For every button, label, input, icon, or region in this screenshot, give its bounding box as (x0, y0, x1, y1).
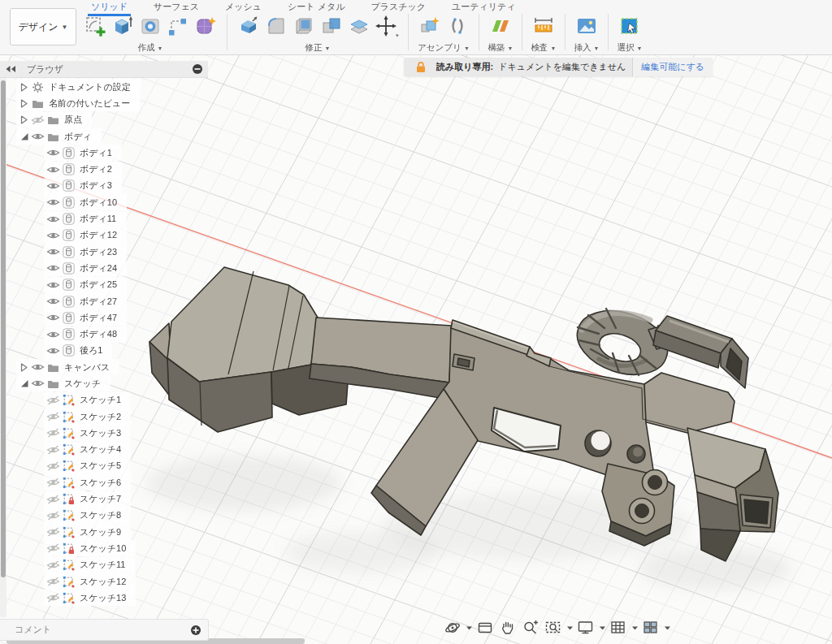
tree-item-label[interactable]: 名前の付いたビュー (49, 97, 130, 110)
tree-row[interactable]: スケッチ13 (0, 590, 141, 606)
tree-item-label[interactable]: スケッチ10 (80, 542, 126, 555)
tree-item-label[interactable]: スケッチ2 (80, 411, 121, 423)
tree-item-label[interactable]: ボディ (64, 131, 92, 143)
expand-node-icon[interactable] (18, 98, 30, 109)
zoom-icon[interactable] (520, 618, 541, 638)
visibility-off-icon[interactable] (46, 428, 61, 438)
new-component-icon[interactable] (416, 13, 444, 39)
tree-item-label[interactable]: 後ろ1 (80, 344, 102, 357)
ribbon-group-label-inspect[interactable]: 検査▼ (531, 42, 557, 54)
tree-item-label[interactable]: ドキュメントの設定 (49, 81, 131, 93)
ribbon-group-label-insert[interactable]: 挿入▼ (574, 42, 600, 54)
visibility-off-icon[interactable] (46, 461, 61, 471)
tree-row[interactable]: スケッチ1 (0, 392, 141, 408)
offset-face-icon[interactable] (345, 13, 373, 39)
tree-item-label[interactable]: スケッチ6 (80, 477, 121, 489)
visibility-off-icon[interactable] (46, 412, 61, 421)
visibility-off-icon[interactable] (30, 115, 46, 125)
tree-row[interactable]: ボディ27 (0, 293, 141, 309)
tree-item-label[interactable]: ボディ48 (80, 328, 117, 340)
shell-icon[interactable] (290, 13, 318, 39)
visibility-on-icon[interactable] (30, 362, 46, 372)
combine-icon[interactable] (318, 13, 345, 39)
tree-item-label[interactable]: スケッチ3 (80, 427, 121, 439)
visibility-off-icon[interactable] (46, 511, 61, 521)
ribbon-group-label-construct[interactable]: 構築▼ (488, 42, 514, 54)
tree-row[interactable]: スケッチ5 (0, 458, 141, 474)
tree-row[interactable]: スケッチ2 (0, 408, 141, 425)
tree-row[interactable]: スケッチ12 (0, 573, 141, 590)
tree-row[interactable]: ボディ2 (0, 161, 141, 177)
joint-icon[interactable] (444, 13, 471, 39)
tree-row[interactable]: ボディ25 (0, 277, 141, 293)
tree-row[interactable]: ボディ11 (0, 210, 141, 227)
tree-item-label[interactable]: キャンバス (64, 361, 110, 374)
measure-icon[interactable] (530, 13, 557, 39)
visibility-on-icon[interactable] (30, 378, 46, 388)
tree-row[interactable]: ボディ24 (0, 260, 141, 276)
browser-scrollbar[interactable] (0, 78, 6, 617)
tree-item-label[interactable]: ボディ25 (80, 279, 117, 291)
tree-row[interactable]: ボディ10 (0, 194, 141, 210)
tree-item-label[interactable]: スケッチ5 (80, 460, 121, 472)
tree-row[interactable]: スケッチ8 (0, 508, 141, 524)
expand-node-icon[interactable] (18, 115, 30, 125)
tree-row[interactable]: ボディ3 (0, 178, 141, 194)
visibility-on-icon[interactable] (46, 346, 61, 356)
create-sketch-icon[interactable] (81, 13, 109, 39)
ribbon-group-label-create[interactable]: 作成▼ (138, 42, 163, 54)
ribbon-group-label-select[interactable]: 選択▼ (618, 42, 643, 54)
tree-item-label[interactable]: ボディ1 (80, 147, 112, 159)
visibility-on-icon[interactable] (46, 313, 61, 322)
tree-item-label[interactable]: ボディ23 (80, 246, 117, 258)
tree-row[interactable]: ボディ23 (0, 244, 141, 260)
tree-row[interactable]: 名前の付いたビュー (0, 95, 141, 111)
tree-row[interactable]: ボディ48 (0, 326, 141, 342)
tree-item-label[interactable]: スケッチ8 (80, 509, 121, 521)
tree-item-label[interactable]: ボディ24 (80, 262, 117, 274)
tree-item-label[interactable]: スケッチ (64, 378, 101, 390)
look-at-icon[interactable] (474, 618, 496, 638)
insert-image-icon[interactable] (573, 13, 600, 39)
visibility-off-icon[interactable] (46, 495, 61, 504)
visibility-on-icon[interactable] (46, 148, 61, 158)
tree-row[interactable]: スケッチ7 (0, 491, 141, 507)
chevron-down-icon[interactable] (598, 618, 606, 638)
tree-item-label[interactable]: ボディ12 (80, 229, 117, 241)
visibility-on-icon[interactable] (46, 165, 61, 175)
tree-item-label[interactable]: スケッチ1 (80, 394, 121, 406)
pan-icon[interactable] (497, 618, 518, 638)
visibility-off-icon[interactable] (46, 543, 61, 553)
visibility-off-icon[interactable] (46, 527, 61, 537)
tree-row[interactable]: ボディ1 (0, 145, 141, 161)
tree-item-label[interactable]: スケッチ7 (80, 493, 121, 505)
scrollbar-thumb[interactable] (1, 80, 6, 577)
visibility-off-icon[interactable] (46, 478, 61, 487)
visibility-off-icon[interactable] (46, 577, 61, 586)
visibility-on-icon[interactable] (30, 132, 46, 141)
grid-settings-icon[interactable] (608, 618, 629, 638)
tree-row[interactable]: スケッチ9 (0, 524, 141, 540)
tree-item-label[interactable]: スケッチ13 (80, 592, 126, 604)
collapse-panel-icon[interactable] (5, 65, 17, 73)
tree-row[interactable]: スケッチ3 (0, 425, 141, 441)
collapse-node-icon[interactable] (18, 378, 30, 388)
tree-row[interactable]: 後ろ1 (0, 343, 141, 359)
tree-row[interactable]: ボディ47 (0, 309, 141, 326)
fillet-icon[interactable] (262, 13, 290, 39)
hole-icon[interactable] (136, 13, 164, 39)
visibility-off-icon[interactable] (46, 395, 61, 405)
visibility-on-icon[interactable] (46, 231, 61, 240)
select-icon[interactable] (616, 13, 644, 39)
add-comment-icon[interactable] (190, 625, 202, 636)
tree-row[interactable]: スケッチ6 (0, 474, 141, 491)
tree-row[interactable]: 原点 (0, 112, 141, 128)
visibility-off-icon[interactable] (46, 560, 61, 570)
tree-item-label[interactable]: ボディ2 (80, 163, 112, 175)
tree-item-label[interactable]: 原点 (64, 114, 82, 126)
tree-item-label[interactable]: スケッチ4 (80, 443, 121, 456)
ribbon-group-label-assemble[interactable]: アセンブリ▼ (418, 42, 470, 54)
tree-row[interactable]: スケッチ11 (0, 557, 141, 573)
tree-item-label[interactable]: ボディ3 (80, 179, 112, 192)
visibility-on-icon[interactable] (46, 214, 61, 224)
